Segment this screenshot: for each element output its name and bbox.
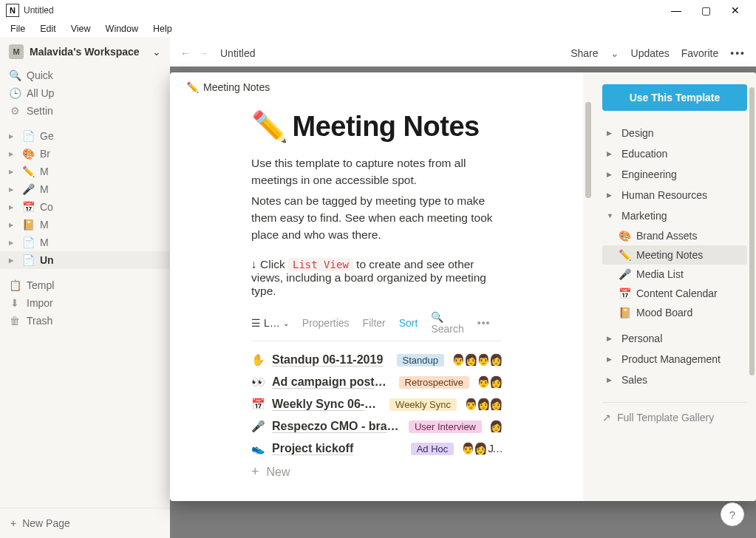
triangle-icon[interactable]: ▶ — [9, 204, 16, 211]
template-item[interactable]: 🎨Brand Assets — [602, 226, 747, 245]
sidebar-page[interactable]: ▶🎤M — [0, 180, 170, 198]
share-button[interactable]: Share — [571, 47, 598, 59]
db-rows: ✋Standup 06-11-2019Standup👨👩👨👩👀Ad campai… — [251, 349, 502, 484]
sidebar-item[interactable]: ⬇Impor — [0, 294, 170, 312]
sidebar-item[interactable]: ⚙Settin — [0, 102, 170, 120]
template-sidebar: Use This Template ▶Design▶Education▶Engi… — [593, 72, 756, 501]
template-item[interactable]: 📅Content Calendar — [602, 284, 747, 303]
label: Un — [40, 254, 54, 266]
category-label: Human Resources — [622, 189, 707, 201]
sidebar-page[interactable]: ▶📅Co — [0, 198, 170, 216]
template-category[interactable]: ▶Personal — [602, 328, 747, 349]
sidebar-page[interactable]: ▶✏️M — [0, 163, 170, 180]
template-category[interactable]: ▶Sales — [602, 370, 747, 390]
sidebar-item[interactable]: 🗑Trash — [0, 312, 170, 330]
label: M — [40, 219, 49, 231]
dots-button[interactable]: ••• — [477, 317, 491, 329]
label: All Up — [27, 87, 54, 99]
template-category[interactable]: ▼Marketing — [602, 205, 747, 226]
workspace-switcher[interactable]: M Malavida's Workspace ⌄ — [0, 37, 170, 67]
page-icon: 🎨 — [22, 148, 34, 160]
modal-overlay[interactable]: ✏️ Meeting Notes ✏️ Meeting Notes Use th… — [170, 67, 756, 538]
caret-down-icon[interactable]: ⌄ — [610, 47, 619, 59]
table-row[interactable]: 📅Weekly Sync 06-11-2019Weekly Sync👨👩👩 — [251, 393, 502, 415]
template-label: Brand Assets — [636, 230, 698, 242]
triangle-icon: ▶ — [607, 129, 614, 137]
modal-scrollbar[interactable] — [583, 72, 593, 501]
view-switcher[interactable]: ☰ L… ⌄ — [251, 317, 289, 329]
template-category[interactable]: ▶Engineering — [602, 164, 747, 185]
nav-back-button[interactable]: ← — [180, 47, 191, 59]
use-template-button[interactable]: Use This Template — [602, 84, 747, 111]
template-icon: 📔 — [619, 307, 630, 319]
template-icon: 🎨 — [619, 230, 630, 242]
triangle-icon[interactable]: ▶ — [9, 186, 16, 193]
search-button[interactable]: 🔍 Search — [431, 311, 463, 335]
template-category[interactable]: ▶Design — [602, 123, 747, 143]
icon: 📋 — [9, 279, 21, 291]
more-button[interactable]: ••• — [730, 47, 746, 59]
new-row[interactable]: +New — [251, 460, 502, 484]
triangle-icon[interactable]: ▶ — [9, 168, 16, 175]
triangle-icon[interactable]: ▶ — [9, 239, 16, 246]
template-item[interactable]: 🎤Media List — [602, 265, 747, 284]
triangle-icon[interactable]: ▶ — [9, 257, 16, 264]
people: 👨👩 — [477, 375, 502, 389]
icon: 🔍 — [9, 69, 21, 81]
menu-help[interactable]: Help — [146, 22, 180, 35]
sidebar-item[interactable]: 🔍Quick — [0, 67, 170, 84]
scroll-thumb[interactable] — [585, 102, 591, 198]
sidebar-page[interactable]: ▶📔M — [0, 216, 170, 234]
properties-button[interactable]: Properties — [302, 317, 350, 329]
people: 👨👩👨👩 — [452, 353, 502, 367]
template-label: Media List — [636, 268, 684, 280]
template-category[interactable]: ▶Human Resources — [602, 185, 747, 205]
updates-button[interactable]: Updates — [631, 47, 670, 59]
row-title: Ad campaign postmortem — [272, 375, 392, 389]
triangle-icon[interactable]: ▶ — [9, 222, 16, 228]
menu-file[interactable]: File — [3, 22, 33, 35]
sidebar-page[interactable]: ▶📄Ge — [0, 127, 170, 145]
triangle-icon[interactable]: ▶ — [9, 133, 16, 140]
template-item[interactable]: 📔Mood Board — [602, 303, 747, 322]
menu-view[interactable]: View — [64, 22, 98, 35]
sort-button[interactable]: Sort — [399, 317, 418, 329]
category-label: Marketing — [622, 210, 667, 222]
filter-button[interactable]: Filter — [363, 317, 386, 329]
pencil-icon: ✏️ — [186, 81, 199, 93]
minimize-button[interactable]: — — [661, 0, 691, 21]
new-page-button[interactable]: + New Page — [0, 508, 170, 538]
template-category[interactable]: ▶Product Management — [602, 349, 747, 370]
hint-pre: ↓ Click — [251, 258, 288, 270]
hint-code: List View — [288, 258, 353, 271]
category-label: Education — [622, 148, 667, 160]
nav-forward-button[interactable]: → — [198, 47, 208, 59]
table-row[interactable]: 👟Project kickoffAd Hoc👨👩 J… — [251, 437, 502, 460]
label: M — [40, 236, 49, 248]
template-category[interactable]: ▶Education — [602, 143, 747, 164]
table-row[interactable]: 👀Ad campaign postmortemRetrospective👨👩 — [251, 371, 502, 393]
sidebar-page[interactable]: ▶🎨Br — [0, 145, 170, 163]
close-button[interactable]: ✕ — [721, 0, 750, 21]
scroll-thumb[interactable] — [749, 87, 755, 375]
menu-edit[interactable]: Edit — [33, 22, 64, 35]
menu-window[interactable]: Window — [98, 22, 146, 35]
label: M — [40, 166, 49, 177]
favorite-button[interactable]: Favorite — [681, 47, 719, 59]
table-row[interactable]: ✋Standup 06-11-2019Standup👨👩👨👩 — [251, 349, 502, 371]
sidebar-page[interactable]: ▶📄M — [0, 234, 170, 251]
template-icon: 🎤 — [619, 268, 630, 280]
sidebar-page[interactable]: ▶📄Un — [0, 251, 170, 269]
help-button[interactable]: ? — [721, 503, 744, 526]
sidebar-scrollbar[interactable] — [747, 72, 756, 501]
modal-breadcrumb[interactable]: ✏️ Meeting Notes — [170, 72, 583, 102]
template-item[interactable]: ✏️Meeting Notes — [602, 245, 747, 265]
sidebar-item[interactable]: 🕒All Up — [0, 84, 170, 102]
label: Quick — [27, 69, 53, 81]
table-row[interactable]: 🎤Respeczo CMO - brand researchUser Inter… — [251, 415, 502, 437]
full-gallery-link[interactable]: ↗ Full Template Gallery — [602, 402, 747, 423]
breadcrumb-title[interactable]: Untitled — [220, 47, 255, 59]
triangle-icon[interactable]: ▶ — [9, 151, 16, 157]
maximize-button[interactable]: ▢ — [691, 0, 721, 21]
sidebar-item[interactable]: 📋Templ — [0, 276, 170, 294]
